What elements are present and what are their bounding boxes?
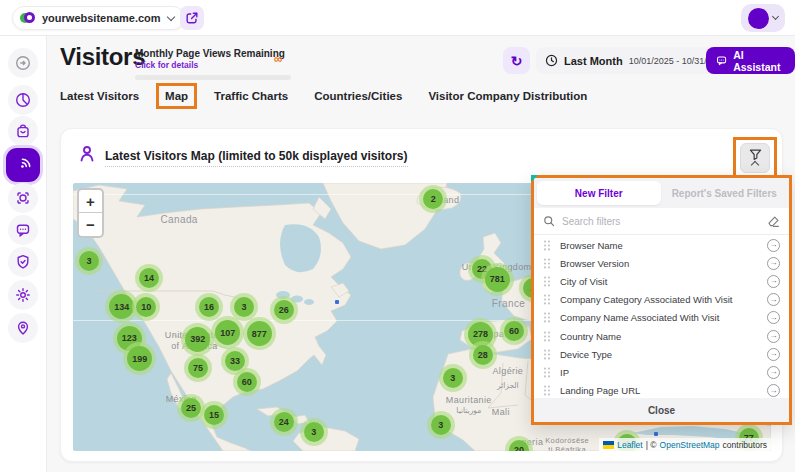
zoom-out-button[interactable]: − <box>79 213 102 236</box>
filter-list-item[interactable]: Device Type→ <box>534 345 789 363</box>
analytics-pie-icon <box>15 92 31 108</box>
filter-search-input[interactable] <box>562 216 760 227</box>
map-place-label: France <box>492 298 526 309</box>
tab-traffic-charts[interactable]: Traffic Charts <box>214 90 288 109</box>
tab-saved-filters[interactable]: Report's Saved Filters <box>663 181 787 205</box>
map-cluster-marker[interactable]: 3 <box>439 364 467 392</box>
map-cluster-marker[interactable]: 26 <box>270 296 298 324</box>
refresh-button[interactable]: ↻ <box>503 47 530 74</box>
filter-item-label: Country Name <box>560 331 767 342</box>
filter-search-row <box>534 208 789 235</box>
filter-list-item[interactable]: City of Visit→ <box>534 272 789 290</box>
sidebar-item-settings[interactable] <box>8 280 38 310</box>
openstreetmap-link[interactable]: OpenStreetMap <box>660 440 720 450</box>
filter-item-label: Landing Page URL <box>560 385 767 396</box>
sidebar-item-visitors[interactable] <box>6 148 40 182</box>
map-place-label: Algérie <box>492 366 523 376</box>
visitors-radar-icon <box>15 157 32 174</box>
filter-list-item[interactable]: Browser Version→ <box>534 254 789 272</box>
sidebar-collapse-button[interactable] <box>8 48 38 78</box>
map-cluster-marker[interactable]: 24 <box>270 408 298 436</box>
user-menu[interactable] <box>741 4 785 32</box>
map-cluster-marker[interactable]: 60 <box>233 368 261 396</box>
quota-progress-bar <box>135 75 291 80</box>
map-place-label: الجزائر <box>497 381 519 390</box>
app-root: yourwebsitename.com <box>0 0 795 472</box>
add-filter-arrow-icon[interactable]: → <box>767 275 780 288</box>
ai-assistant-button[interactable]: AI Assistant <box>706 47 795 74</box>
map-place-label: Kodorósëse <box>545 435 589 444</box>
filter-list-item[interactable]: Country Name→ <box>534 327 789 345</box>
add-filter-arrow-icon[interactable]: → <box>767 293 780 306</box>
filter-panel: New Filter Report's Saved Filters Browse… <box>531 175 792 425</box>
sidebar-item-security[interactable] <box>8 247 38 277</box>
zoom-in-button[interactable]: + <box>79 190 102 213</box>
map-point-marker <box>335 300 339 304</box>
map-cluster-marker[interactable]: 14 <box>135 264 163 292</box>
tab-countries-cities[interactable]: Countries/Cities <box>314 90 402 109</box>
share-icon <box>185 11 199 25</box>
map-cluster-marker[interactable]: 781 <box>481 263 514 296</box>
topbar: yourwebsitename.com <box>0 0 795 36</box>
quota-widget: Monthly Page Views Remaining Click for d… <box>135 48 291 80</box>
filter-list-item[interactable]: Browser Name→ <box>534 236 789 254</box>
sidebar-item-chat[interactable] <box>8 215 38 245</box>
add-filter-arrow-icon[interactable]: → <box>767 311 780 324</box>
security-shield-icon <box>15 254 31 270</box>
sidebar-item-analytics[interactable] <box>8 85 38 115</box>
add-filter-arrow-icon[interactable]: → <box>767 330 780 343</box>
filter-list-item[interactable]: Landing Page URL→ <box>534 382 789 399</box>
map-cluster-marker[interactable]: 60 <box>500 317 528 345</box>
map-cluster-marker[interactable]: 28 <box>469 341 497 369</box>
add-filter-arrow-icon[interactable]: → <box>767 366 780 379</box>
visitors-tabs: Latest Visitors Map Traffic Charts Count… <box>60 90 587 109</box>
sidebar <box>0 36 47 472</box>
sidebar-item-orders[interactable] <box>8 116 38 146</box>
settings-gear-icon <box>15 287 31 303</box>
drag-handle-icon <box>543 294 551 305</box>
map-place-label: موريتانيا <box>456 406 481 415</box>
site-selector-label: yourwebsitename.com <box>42 12 161 24</box>
add-filter-arrow-icon[interactable]: → <box>767 239 780 252</box>
tab-latest-visitors[interactable]: Latest Visitors <box>60 90 139 109</box>
add-filter-arrow-icon[interactable]: → <box>767 384 780 397</box>
map-cluster-marker[interactable]: 877 <box>243 317 276 350</box>
filter-item-label: Company Category Associated With Visit <box>560 294 767 305</box>
filter-list-item[interactable]: Company Name Associated With Visit→ <box>534 309 789 327</box>
map-cluster-marker[interactable]: 15 <box>200 401 228 429</box>
date-preset-label: Last Month <box>564 55 623 67</box>
filter-item-label: Browser Version <box>560 258 767 269</box>
quota-details-link[interactable]: Click for details <box>135 60 291 70</box>
drag-handle-icon <box>543 385 551 396</box>
map-place-label: ti Bêafrika <box>548 444 586 451</box>
drag-handle-icon <box>543 240 551 251</box>
clear-filters-icon[interactable] <box>767 215 780 228</box>
add-filter-arrow-icon[interactable]: → <box>767 257 780 270</box>
map-cluster-marker[interactable]: 3 <box>75 247 103 275</box>
share-button[interactable] <box>180 6 204 30</box>
orders-bag-icon <box>15 123 31 139</box>
quota-infinity-badge: ∞ <box>274 52 283 66</box>
map-cluster-marker[interactable]: 392 <box>181 323 214 356</box>
add-filter-arrow-icon[interactable]: → <box>767 348 780 361</box>
tab-map[interactable]: Map <box>165 90 188 109</box>
site-favicon-icon <box>20 11 35 26</box>
ai-chat-icon <box>716 54 727 67</box>
filter-panel-close-button[interactable]: Close <box>534 398 789 422</box>
filter-list-item[interactable]: Company Category Associated With Visit→ <box>534 291 789 309</box>
map-cluster-marker[interactable]: 3 <box>300 418 328 446</box>
sidebar-item-audience[interactable] <box>8 183 38 213</box>
map-cluster-marker[interactable]: 3 <box>427 411 455 439</box>
drag-handle-icon <box>543 331 551 342</box>
sidebar-item-locations[interactable] <box>8 313 38 343</box>
site-selector[interactable]: yourwebsitename.com <box>12 6 185 30</box>
map-filter-button[interactable] <box>740 143 770 173</box>
filter-item-label: Device Type <box>560 349 767 360</box>
drag-handle-icon <box>543 312 551 323</box>
map-cluster-marker[interactable]: 75 <box>184 354 212 382</box>
filter-list-item[interactable]: IP→ <box>534 363 789 381</box>
tab-visitor-company-distribution[interactable]: Visitor Company Distribution <box>428 90 587 109</box>
map-place-label: Mali <box>492 407 510 417</box>
leaflet-link[interactable]: Leaflet <box>617 440 643 450</box>
tab-new-filter[interactable]: New Filter <box>537 181 661 205</box>
